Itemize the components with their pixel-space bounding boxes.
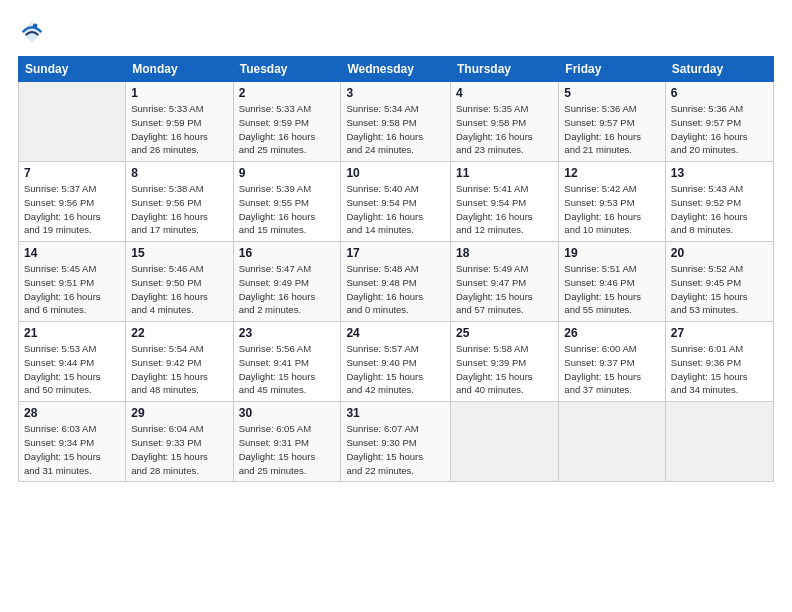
calendar-cell: 3Sunrise: 5:34 AM Sunset: 9:58 PM Daylig…: [341, 82, 451, 162]
weekday-header: Friday: [559, 57, 666, 82]
day-info: Sunrise: 6:01 AM Sunset: 9:36 PM Dayligh…: [671, 342, 768, 397]
calendar-cell: 20Sunrise: 5:52 AM Sunset: 9:45 PM Dayli…: [665, 242, 773, 322]
day-info: Sunrise: 6:05 AM Sunset: 9:31 PM Dayligh…: [239, 422, 336, 477]
svg-point-2: [33, 23, 38, 28]
day-number: 30: [239, 406, 336, 420]
day-number: 3: [346, 86, 445, 100]
weekday-header: Thursday: [451, 57, 559, 82]
day-number: 22: [131, 326, 227, 340]
day-number: 27: [671, 326, 768, 340]
day-number: 24: [346, 326, 445, 340]
calendar-week-row: 1Sunrise: 5:33 AM Sunset: 9:59 PM Daylig…: [19, 82, 774, 162]
calendar-cell: 25Sunrise: 5:58 AM Sunset: 9:39 PM Dayli…: [451, 322, 559, 402]
day-number: 20: [671, 246, 768, 260]
day-number: 14: [24, 246, 120, 260]
weekday-header: Saturday: [665, 57, 773, 82]
day-info: Sunrise: 5:42 AM Sunset: 9:53 PM Dayligh…: [564, 182, 660, 237]
calendar-table: SundayMondayTuesdayWednesdayThursdayFrid…: [18, 56, 774, 482]
header-row: SundayMondayTuesdayWednesdayThursdayFrid…: [19, 57, 774, 82]
calendar-cell: 13Sunrise: 5:43 AM Sunset: 9:52 PM Dayli…: [665, 162, 773, 242]
day-info: Sunrise: 5:57 AM Sunset: 9:40 PM Dayligh…: [346, 342, 445, 397]
calendar-cell: 17Sunrise: 5:48 AM Sunset: 9:48 PM Dayli…: [341, 242, 451, 322]
day-number: 19: [564, 246, 660, 260]
calendar-cell: 26Sunrise: 6:00 AM Sunset: 9:37 PM Dayli…: [559, 322, 666, 402]
calendar-week-row: 7Sunrise: 5:37 AM Sunset: 9:56 PM Daylig…: [19, 162, 774, 242]
calendar-cell: [451, 402, 559, 482]
calendar-cell: 19Sunrise: 5:51 AM Sunset: 9:46 PM Dayli…: [559, 242, 666, 322]
logo-icon: [18, 18, 46, 46]
day-info: Sunrise: 5:38 AM Sunset: 9:56 PM Dayligh…: [131, 182, 227, 237]
day-info: Sunrise: 5:46 AM Sunset: 9:50 PM Dayligh…: [131, 262, 227, 317]
day-number: 25: [456, 326, 553, 340]
day-info: Sunrise: 5:36 AM Sunset: 9:57 PM Dayligh…: [564, 102, 660, 157]
calendar-cell: 6Sunrise: 5:36 AM Sunset: 9:57 PM Daylig…: [665, 82, 773, 162]
day-number: 1: [131, 86, 227, 100]
calendar-cell: 22Sunrise: 5:54 AM Sunset: 9:42 PM Dayli…: [126, 322, 233, 402]
calendar-cell: 8Sunrise: 5:38 AM Sunset: 9:56 PM Daylig…: [126, 162, 233, 242]
calendar-cell: 7Sunrise: 5:37 AM Sunset: 9:56 PM Daylig…: [19, 162, 126, 242]
calendar-cell: 11Sunrise: 5:41 AM Sunset: 9:54 PM Dayli…: [451, 162, 559, 242]
header: [18, 18, 774, 46]
calendar-cell: [19, 82, 126, 162]
day-number: 9: [239, 166, 336, 180]
day-info: Sunrise: 5:47 AM Sunset: 9:49 PM Dayligh…: [239, 262, 336, 317]
day-info: Sunrise: 5:52 AM Sunset: 9:45 PM Dayligh…: [671, 262, 768, 317]
day-info: Sunrise: 5:41 AM Sunset: 9:54 PM Dayligh…: [456, 182, 553, 237]
day-info: Sunrise: 5:43 AM Sunset: 9:52 PM Dayligh…: [671, 182, 768, 237]
calendar-week-row: 14Sunrise: 5:45 AM Sunset: 9:51 PM Dayli…: [19, 242, 774, 322]
day-info: Sunrise: 5:37 AM Sunset: 9:56 PM Dayligh…: [24, 182, 120, 237]
day-number: 2: [239, 86, 336, 100]
day-number: 18: [456, 246, 553, 260]
day-info: Sunrise: 5:58 AM Sunset: 9:39 PM Dayligh…: [456, 342, 553, 397]
calendar-cell: 1Sunrise: 5:33 AM Sunset: 9:59 PM Daylig…: [126, 82, 233, 162]
weekday-header: Sunday: [19, 57, 126, 82]
calendar-cell: 24Sunrise: 5:57 AM Sunset: 9:40 PM Dayli…: [341, 322, 451, 402]
day-number: 17: [346, 246, 445, 260]
weekday-header: Wednesday: [341, 57, 451, 82]
day-number: 15: [131, 246, 227, 260]
weekday-header: Monday: [126, 57, 233, 82]
calendar-page: SundayMondayTuesdayWednesdayThursdayFrid…: [0, 0, 792, 612]
day-info: Sunrise: 5:56 AM Sunset: 9:41 PM Dayligh…: [239, 342, 336, 397]
day-number: 10: [346, 166, 445, 180]
day-number: 12: [564, 166, 660, 180]
day-info: Sunrise: 5:36 AM Sunset: 9:57 PM Dayligh…: [671, 102, 768, 157]
day-info: Sunrise: 5:49 AM Sunset: 9:47 PM Dayligh…: [456, 262, 553, 317]
day-info: Sunrise: 5:34 AM Sunset: 9:58 PM Dayligh…: [346, 102, 445, 157]
calendar-cell: 21Sunrise: 5:53 AM Sunset: 9:44 PM Dayli…: [19, 322, 126, 402]
day-info: Sunrise: 5:39 AM Sunset: 9:55 PM Dayligh…: [239, 182, 336, 237]
calendar-cell: 16Sunrise: 5:47 AM Sunset: 9:49 PM Dayli…: [233, 242, 341, 322]
calendar-cell: [665, 402, 773, 482]
day-number: 29: [131, 406, 227, 420]
day-number: 31: [346, 406, 445, 420]
day-number: 5: [564, 86, 660, 100]
calendar-cell: 9Sunrise: 5:39 AM Sunset: 9:55 PM Daylig…: [233, 162, 341, 242]
day-number: 21: [24, 326, 120, 340]
day-info: Sunrise: 5:48 AM Sunset: 9:48 PM Dayligh…: [346, 262, 445, 317]
weekday-header: Tuesday: [233, 57, 341, 82]
day-info: Sunrise: 5:53 AM Sunset: 9:44 PM Dayligh…: [24, 342, 120, 397]
day-info: Sunrise: 6:07 AM Sunset: 9:30 PM Dayligh…: [346, 422, 445, 477]
day-info: Sunrise: 5:33 AM Sunset: 9:59 PM Dayligh…: [131, 102, 227, 157]
day-info: Sunrise: 5:54 AM Sunset: 9:42 PM Dayligh…: [131, 342, 227, 397]
calendar-cell: 23Sunrise: 5:56 AM Sunset: 9:41 PM Dayli…: [233, 322, 341, 402]
calendar-cell: 15Sunrise: 5:46 AM Sunset: 9:50 PM Dayli…: [126, 242, 233, 322]
calendar-cell: 2Sunrise: 5:33 AM Sunset: 9:59 PM Daylig…: [233, 82, 341, 162]
calendar-cell: 5Sunrise: 5:36 AM Sunset: 9:57 PM Daylig…: [559, 82, 666, 162]
calendar-cell: 14Sunrise: 5:45 AM Sunset: 9:51 PM Dayli…: [19, 242, 126, 322]
logo: [18, 18, 50, 46]
day-number: 8: [131, 166, 227, 180]
calendar-cell: 27Sunrise: 6:01 AM Sunset: 9:36 PM Dayli…: [665, 322, 773, 402]
day-number: 28: [24, 406, 120, 420]
calendar-cell: 4Sunrise: 5:35 AM Sunset: 9:58 PM Daylig…: [451, 82, 559, 162]
day-info: Sunrise: 6:03 AM Sunset: 9:34 PM Dayligh…: [24, 422, 120, 477]
day-number: 26: [564, 326, 660, 340]
calendar-cell: 30Sunrise: 6:05 AM Sunset: 9:31 PM Dayli…: [233, 402, 341, 482]
calendar-cell: 28Sunrise: 6:03 AM Sunset: 9:34 PM Dayli…: [19, 402, 126, 482]
day-info: Sunrise: 6:00 AM Sunset: 9:37 PM Dayligh…: [564, 342, 660, 397]
calendar-cell: 18Sunrise: 5:49 AM Sunset: 9:47 PM Dayli…: [451, 242, 559, 322]
calendar-cell: 29Sunrise: 6:04 AM Sunset: 9:33 PM Dayli…: [126, 402, 233, 482]
day-info: Sunrise: 5:33 AM Sunset: 9:59 PM Dayligh…: [239, 102, 336, 157]
calendar-week-row: 28Sunrise: 6:03 AM Sunset: 9:34 PM Dayli…: [19, 402, 774, 482]
day-number: 23: [239, 326, 336, 340]
